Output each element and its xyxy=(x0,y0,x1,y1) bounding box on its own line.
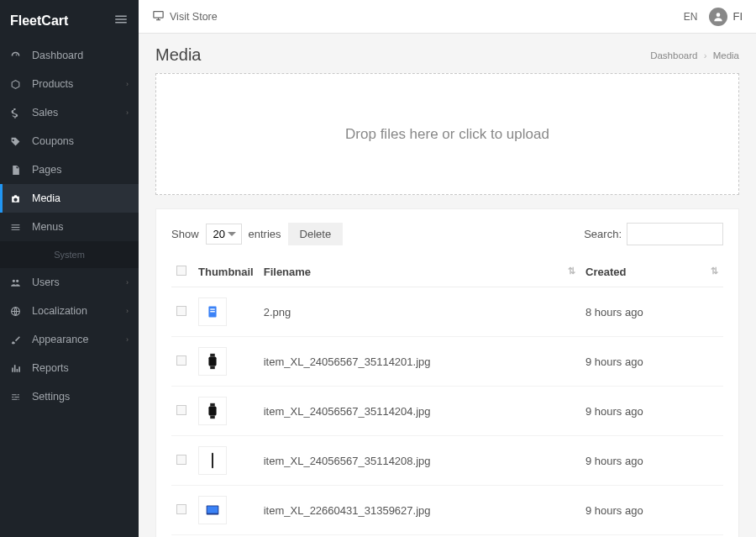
svg-rect-4 xyxy=(210,308,215,309)
chevron-right-icon: › xyxy=(126,335,129,344)
svg-rect-8 xyxy=(210,366,215,370)
avatar-icon xyxy=(709,8,727,26)
upload-dropzone[interactable]: Drop files here or click to upload xyxy=(155,73,739,195)
table-row[interactable]: 2.png8 hours ago xyxy=(171,287,723,337)
svg-rect-12 xyxy=(212,453,213,468)
sidebar-item-label: Menus xyxy=(32,221,64,233)
svg-point-2 xyxy=(717,13,721,17)
sidebar-item-label: Pages xyxy=(32,164,61,176)
table-row[interactable]: item_XL_24056567_35114204.jpg9 hours ago xyxy=(171,387,723,436)
row-checkbox[interactable] xyxy=(176,306,186,316)
filename-cell: 2.png xyxy=(259,287,580,337)
filename-cell: item_XL_24056567_35114201.jpg xyxy=(259,337,580,387)
sidebar-item-label: Dashboard xyxy=(32,50,83,61)
sidebar-item-products[interactable]: Products› xyxy=(0,70,139,98)
row-checkbox[interactable] xyxy=(176,455,186,465)
col-created[interactable]: Created ⇅ xyxy=(580,257,723,287)
svg-rect-11 xyxy=(210,416,215,419)
svg-rect-9 xyxy=(210,403,215,407)
filename-cell: item_XL_24056567_35114204.jpg xyxy=(259,387,580,436)
page-icon xyxy=(10,165,27,176)
content: Drop files here or click to upload Show … xyxy=(139,73,756,537)
camera-icon xyxy=(10,193,27,204)
thumbnail xyxy=(198,297,227,326)
dollar-icon xyxy=(10,108,27,118)
table-row[interactable]: item_XL_24056567_35114208.jpg9 hours ago xyxy=(171,436,723,486)
sidebar-item-sales[interactable]: Sales› xyxy=(0,98,139,127)
page-header: Media Dashboard › Media xyxy=(139,34,756,73)
created-cell: 9 hours ago xyxy=(580,486,723,535)
svg-rect-6 xyxy=(210,354,215,357)
svg-rect-1 xyxy=(154,11,163,18)
thumbnail xyxy=(198,496,227,524)
sliders-icon xyxy=(10,392,27,403)
delete-button[interactable]: Delete xyxy=(288,223,344,245)
media-table-card: Show 20 entries Delete Search: xyxy=(155,208,739,537)
main: Visit Store EN FI Media Dashboard › Medi… xyxy=(139,0,756,537)
row-checkbox[interactable] xyxy=(176,504,186,514)
filename-cell: item_XL_22660431_31359627.jpg xyxy=(259,486,580,535)
chevron-right-icon: › xyxy=(126,278,129,287)
sidebar-item-users[interactable]: Users› xyxy=(0,268,139,297)
row-checkbox[interactable] xyxy=(176,405,186,415)
row-checkbox[interactable] xyxy=(176,355,186,366)
sidebar-item-reports[interactable]: Reports xyxy=(0,354,139,382)
svg-rect-7 xyxy=(208,357,216,366)
chevron-right-icon: › xyxy=(126,307,129,315)
show-label: Show xyxy=(171,228,199,240)
sidebar-item-localization[interactable]: Localization› xyxy=(0,297,139,325)
svg-rect-5 xyxy=(210,311,215,312)
sidebar-item-label: Localization xyxy=(32,305,87,317)
svg-rect-10 xyxy=(208,407,216,416)
created-cell: 9 hours ago xyxy=(580,387,723,436)
sidebar-item-label: Products xyxy=(32,78,73,90)
created-cell: 9 hours ago xyxy=(580,337,723,387)
created-cell: 8 hours ago xyxy=(580,287,723,337)
sidebar-item-pages[interactable]: Pages xyxy=(0,155,139,184)
brand-logo: FleetCart xyxy=(10,13,68,29)
created-cell: 9 hours ago xyxy=(580,436,723,486)
filename-cell: item_XL_24056567_35114208.jpg xyxy=(259,436,580,486)
sidebar-item-coupons[interactable]: Coupons xyxy=(0,127,139,155)
media-table: Thumbnail Filename ⇅ Created ⇅ 2.png8 ho… xyxy=(171,257,723,537)
entries-select[interactable]: 20 xyxy=(206,224,242,245)
sidebar-item-label: Users xyxy=(32,276,60,288)
monitor-icon xyxy=(152,9,165,24)
col-filename[interactable]: Filename ⇅ xyxy=(259,257,580,287)
sidebar-item-dashboard[interactable]: Dashboard xyxy=(0,41,139,70)
table-row[interactable]: item_XL_24056567_35114201.jpg9 hours ago xyxy=(171,337,723,387)
gauge-icon xyxy=(10,50,27,61)
thumbnail xyxy=(198,446,227,475)
nav-system: Users›Localization›Appearance›ReportsSet… xyxy=(0,268,139,411)
table-row[interactable]: item_XL_22660431_31359627.jpg9 hours ago xyxy=(171,486,723,535)
sidebar-item-label: Sales xyxy=(32,107,58,118)
thumbnail xyxy=(198,397,227,425)
hamburger-icon[interactable] xyxy=(113,12,129,29)
breadcrumb-root[interactable]: Dashboard xyxy=(650,50,697,61)
breadcrumb: Dashboard › Media xyxy=(650,50,739,61)
nav-main: DashboardProducts›Sales›CouponsPagesMedi… xyxy=(0,41,139,241)
table-controls: Show 20 entries Delete Search: xyxy=(171,223,723,245)
user-menu[interactable]: FI xyxy=(709,8,743,26)
col-thumbnail: Thumbnail xyxy=(193,257,259,287)
sidebar-item-menus[interactable]: Menus xyxy=(0,213,139,241)
brush-icon xyxy=(10,334,27,345)
cube-icon xyxy=(10,79,27,90)
select-all-checkbox[interactable] xyxy=(176,266,186,276)
sidebar-item-label: Settings xyxy=(32,391,70,403)
visit-store-link[interactable]: Visit Store xyxy=(152,9,218,24)
search-input[interactable] xyxy=(627,223,723,245)
sidebar-item-settings[interactable]: Settings xyxy=(0,382,139,411)
sidebar-item-label: Coupons xyxy=(32,135,74,147)
sidebar-item-appearance[interactable]: Appearance› xyxy=(0,325,139,354)
language-switch[interactable]: EN xyxy=(684,11,698,23)
topbar: Visit Store EN FI xyxy=(139,0,756,34)
sidebar-item-label: Media xyxy=(32,192,60,204)
sidebar-item-media[interactable]: Media xyxy=(0,184,139,213)
sidebar-item-label: Appearance xyxy=(32,334,88,345)
nav-section-system: System xyxy=(0,241,139,268)
sidebar-item-label: Reports xyxy=(32,362,69,374)
visit-store-label: Visit Store xyxy=(170,11,218,23)
chevron-right-icon: › xyxy=(126,80,129,88)
breadcrumb-current: Media xyxy=(713,50,739,61)
